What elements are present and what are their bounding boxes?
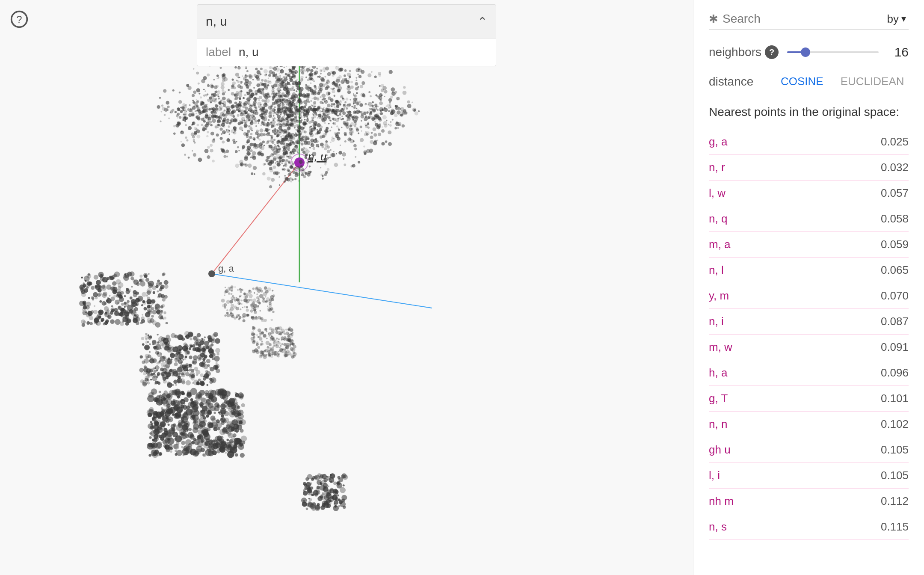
nearest-item-label: m, a (709, 238, 731, 251)
panel-search-input[interactable] (723, 12, 877, 26)
nearest-item[interactable]: g, T 0.101 (709, 386, 909, 412)
nearest-item-value: 0.058 (881, 212, 909, 225)
nearest-item[interactable]: n, s 0.115 (709, 514, 909, 540)
nearest-item-value: 0.025 (881, 135, 909, 148)
nearest-item-label: l, i (709, 469, 720, 482)
axis-line-salmon (212, 163, 299, 274)
dropdown-label-value: n, u (239, 45, 259, 59)
neighbor-point-ga[interactable] (208, 270, 215, 277)
right-panel: ✱ by ▾ neighbors ? 16 distance COSINE EU… (693, 0, 924, 575)
neighbors-text: neighbors (709, 45, 761, 59)
nearest-item[interactable]: l, w 0.057 (709, 181, 909, 206)
svg-text:?: ? (16, 14, 22, 25)
nearest-item-value: 0.115 (881, 520, 909, 534)
nearest-item[interactable]: n, r 0.032 (709, 155, 909, 181)
nearest-item-value: 0.059 (881, 238, 909, 251)
search-icon: ✱ (709, 12, 718, 26)
neighbors-value: 16 (887, 45, 909, 59)
nearest-item-label: n, q (709, 212, 727, 225)
nearest-item-value: 0.101 (881, 392, 909, 405)
nearest-item[interactable]: n, q 0.058 (709, 206, 909, 232)
neighbor-point-label: g, a (218, 263, 234, 274)
distance-options: COSINE EUCLIDEAN (777, 73, 908, 90)
nearest-item[interactable]: nh m 0.112 (709, 489, 909, 514)
neighbors-row: neighbors ? 16 (709, 45, 909, 59)
nearest-item-label: n, s (709, 520, 727, 534)
nearest-item[interactable]: n, n 0.102 (709, 412, 909, 437)
viz-search-overlay: ⌃ label n, u (197, 4, 496, 66)
slider-thumb[interactable] (801, 47, 810, 57)
nearest-item-label: y, m (709, 289, 729, 302)
nearest-item-value: 0.105 (881, 443, 909, 456)
distance-euclidean[interactable]: EUCLIDEAN (837, 73, 908, 90)
nearest-item-value: 0.112 (881, 495, 909, 508)
nearest-item-value: 0.096 (881, 366, 909, 379)
distance-cosine[interactable]: COSINE (777, 73, 827, 90)
nearest-points-list: g, a 0.025 n, r 0.032 l, w 0.057 n, q 0.… (709, 129, 909, 540)
nearest-item-value: 0.065 (881, 264, 909, 277)
dropdown-label-tag: label (206, 45, 231, 59)
nearest-item-label: g, T (709, 392, 728, 405)
nearest-item[interactable]: m, w 0.091 (709, 335, 909, 360)
nearest-item[interactable]: y, m 0.070 (709, 283, 909, 309)
nearest-item[interactable]: l, i 0.105 (709, 463, 909, 489)
chevron-up-icon[interactable]: ⌃ (477, 15, 487, 29)
nearest-item-label: n, r (709, 161, 725, 174)
viz-search-input[interactable] (206, 14, 477, 29)
help-icon[interactable]: ? (9, 9, 30, 30)
selected-point[interactable] (294, 157, 305, 168)
nearest-item-value: 0.070 (881, 289, 909, 302)
neighbors-help-icon[interactable]: ? (765, 45, 779, 59)
nearest-item[interactable]: n, i 0.087 (709, 309, 909, 335)
nearest-item-value: 0.032 (881, 161, 909, 174)
axis-line-blue (212, 274, 432, 308)
by-chevron-icon: ▾ (901, 13, 906, 24)
by-dropdown[interactable]: by ▾ (881, 12, 909, 26)
nearest-item[interactable]: gh u 0.105 (709, 437, 909, 463)
nearest-item-label: n, l (709, 264, 724, 277)
neighbors-label: neighbors ? (709, 45, 779, 59)
visualization-canvas[interactable]: n, u g, a (0, 0, 693, 575)
nearest-item-label: n, i (709, 315, 724, 328)
nearest-item-label: m, w (709, 341, 732, 354)
nearest-item-value: 0.057 (881, 187, 909, 200)
nearest-item[interactable]: h, a 0.096 (709, 360, 909, 386)
nearest-item[interactable]: n, l 0.065 (709, 258, 909, 283)
distance-row: distance COSINE EUCLIDEAN (709, 73, 909, 90)
nearest-item[interactable]: g, a 0.025 (709, 129, 909, 155)
viz-search-box[interactable]: ⌃ (197, 4, 496, 39)
nearest-item-label: g, a (709, 135, 727, 148)
nearest-item-label: nh m (709, 495, 734, 508)
nearest-item-label: n, n (709, 418, 727, 431)
neighbors-slider[interactable] (787, 50, 879, 55)
viz-search-dropdown: label n, u (197, 39, 496, 66)
nearest-item-value: 0.105 (881, 469, 909, 482)
nearest-item-label: l, w (709, 187, 726, 200)
nearest-item-label: h, a (709, 366, 727, 379)
nearest-item-value: 0.087 (881, 315, 909, 328)
distance-label: distance (709, 75, 764, 89)
nearest-item-value: 0.091 (881, 341, 909, 354)
nearest-item-value: 0.102 (881, 418, 909, 431)
panel-search-bar: ✱ by ▾ (709, 12, 909, 30)
nearest-title: Nearest points in the original space: (709, 105, 909, 119)
nearest-item[interactable]: m, a 0.059 (709, 232, 909, 258)
nearest-item-label: gh u (709, 443, 731, 456)
selected-point-label: n, u (308, 150, 326, 163)
by-label: by (887, 12, 899, 26)
